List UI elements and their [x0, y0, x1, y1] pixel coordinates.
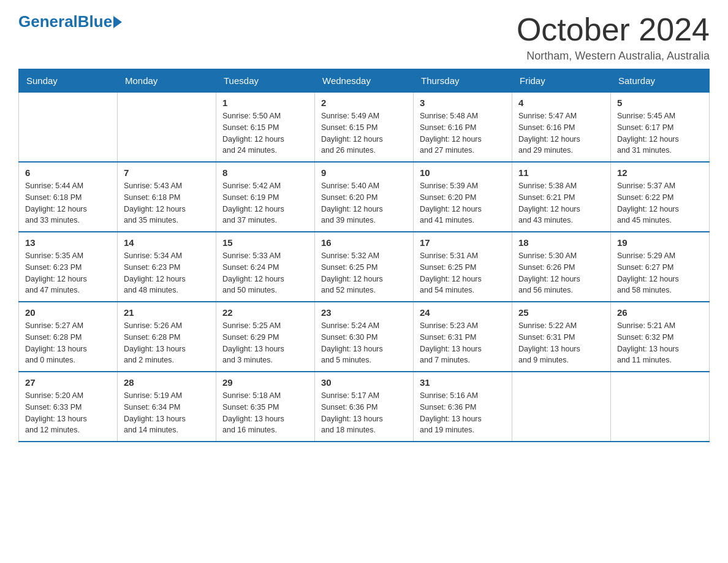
calendar-cell: 28Sunrise: 5:19 AM Sunset: 6:34 PM Dayli… [118, 372, 216, 442]
day-number: 26 [617, 307, 703, 318]
weekday-header-tuesday: Tuesday [216, 69, 315, 93]
calendar-cell: 25Sunrise: 5:22 AM Sunset: 6:31 PM Dayli… [512, 302, 611, 372]
day-info: Sunrise: 5:47 AM Sunset: 6:16 PM Dayligh… [518, 110, 604, 156]
calendar-cell: 27Sunrise: 5:20 AM Sunset: 6:33 PM Dayli… [19, 372, 118, 442]
weekday-header-wednesday: Wednesday [315, 69, 414, 93]
day-number: 28 [124, 377, 210, 388]
calendar-cell: 20Sunrise: 5:27 AM Sunset: 6:28 PM Dayli… [19, 302, 118, 372]
day-number: 12 [617, 167, 703, 178]
day-number: 4 [518, 98, 604, 108]
calendar-week-row: 20Sunrise: 5:27 AM Sunset: 6:28 PM Dayli… [19, 302, 710, 372]
calendar-cell [19, 93, 118, 163]
day-number: 30 [321, 377, 407, 388]
calendar-cell: 5Sunrise: 5:45 AM Sunset: 6:17 PM Daylig… [611, 93, 710, 163]
day-info: Sunrise: 5:25 AM Sunset: 6:29 PM Dayligh… [222, 320, 308, 366]
day-info: Sunrise: 5:17 AM Sunset: 6:36 PM Dayligh… [321, 390, 407, 436]
weekday-header-saturday: Saturday [611, 69, 710, 93]
day-info: Sunrise: 5:32 AM Sunset: 6:25 PM Dayligh… [321, 250, 407, 296]
day-number: 13 [25, 237, 111, 248]
calendar-week-row: 13Sunrise: 5:35 AM Sunset: 6:23 PM Dayli… [19, 232, 710, 302]
day-info: Sunrise: 5:50 AM Sunset: 6:15 PM Dayligh… [222, 110, 308, 156]
day-info: Sunrise: 5:49 AM Sunset: 6:15 PM Dayligh… [321, 110, 407, 156]
calendar-cell: 29Sunrise: 5:18 AM Sunset: 6:35 PM Dayli… [216, 372, 315, 442]
day-number: 20 [25, 307, 111, 318]
calendar-cell: 19Sunrise: 5:29 AM Sunset: 6:27 PM Dayli… [611, 232, 710, 302]
calendar-body: 1Sunrise: 5:50 AM Sunset: 6:15 PM Daylig… [19, 93, 710, 442]
day-info: Sunrise: 5:21 AM Sunset: 6:32 PM Dayligh… [617, 320, 703, 366]
day-info: Sunrise: 5:44 AM Sunset: 6:18 PM Dayligh… [25, 180, 111, 226]
weekday-header-monday: Monday [118, 69, 216, 93]
calendar-cell: 26Sunrise: 5:21 AM Sunset: 6:32 PM Dayli… [611, 302, 710, 372]
logo: GeneralBlue [18, 12, 122, 31]
calendar-cell: 7Sunrise: 5:43 AM Sunset: 6:18 PM Daylig… [118, 162, 216, 232]
calendar-cell: 14Sunrise: 5:34 AM Sunset: 6:23 PM Dayli… [118, 232, 216, 302]
day-info: Sunrise: 5:19 AM Sunset: 6:34 PM Dayligh… [124, 390, 210, 436]
calendar-week-row: 27Sunrise: 5:20 AM Sunset: 6:33 PM Dayli… [19, 372, 710, 442]
day-number: 14 [124, 237, 210, 248]
day-info: Sunrise: 5:33 AM Sunset: 6:24 PM Dayligh… [222, 250, 308, 296]
day-number: 10 [420, 167, 506, 178]
day-number: 31 [420, 377, 506, 388]
calendar-cell: 1Sunrise: 5:50 AM Sunset: 6:15 PM Daylig… [216, 93, 315, 163]
title-section: October 2024 Northam, Western Australia,… [517, 12, 710, 63]
day-number: 7 [124, 167, 210, 178]
calendar-cell: 23Sunrise: 5:24 AM Sunset: 6:30 PM Dayli… [315, 302, 414, 372]
calendar-cell [611, 372, 710, 442]
calendar-cell: 4Sunrise: 5:47 AM Sunset: 6:16 PM Daylig… [512, 93, 611, 163]
calendar-cell [512, 372, 611, 442]
day-number: 17 [420, 237, 506, 248]
day-info: Sunrise: 5:38 AM Sunset: 6:21 PM Dayligh… [518, 180, 604, 226]
day-info: Sunrise: 5:23 AM Sunset: 6:31 PM Dayligh… [420, 320, 506, 366]
day-info: Sunrise: 5:26 AM Sunset: 6:28 PM Dayligh… [124, 320, 210, 366]
day-info: Sunrise: 5:45 AM Sunset: 6:17 PM Dayligh… [617, 110, 703, 156]
calendar-cell: 8Sunrise: 5:42 AM Sunset: 6:19 PM Daylig… [216, 162, 315, 232]
location-text: Northam, Western Australia, Australia [517, 50, 710, 63]
day-number: 11 [518, 167, 604, 178]
calendar-cell: 24Sunrise: 5:23 AM Sunset: 6:31 PM Dayli… [414, 302, 512, 372]
day-number: 9 [321, 167, 407, 178]
day-info: Sunrise: 5:18 AM Sunset: 6:35 PM Dayligh… [222, 390, 308, 436]
day-info: Sunrise: 5:30 AM Sunset: 6:26 PM Dayligh… [518, 250, 604, 296]
calendar-cell: 9Sunrise: 5:40 AM Sunset: 6:20 PM Daylig… [315, 162, 414, 232]
weekday-header-thursday: Thursday [414, 69, 512, 93]
day-number: 16 [321, 237, 407, 248]
day-info: Sunrise: 5:40 AM Sunset: 6:20 PM Dayligh… [321, 180, 407, 226]
day-number: 1 [222, 98, 308, 108]
calendar-cell: 15Sunrise: 5:33 AM Sunset: 6:24 PM Dayli… [216, 232, 315, 302]
day-info: Sunrise: 5:24 AM Sunset: 6:30 PM Dayligh… [321, 320, 407, 366]
calendar-cell: 21Sunrise: 5:26 AM Sunset: 6:28 PM Dayli… [118, 302, 216, 372]
day-number: 25 [518, 307, 604, 318]
month-title: October 2024 [517, 12, 710, 47]
day-info: Sunrise: 5:39 AM Sunset: 6:20 PM Dayligh… [420, 180, 506, 226]
calendar-cell: 13Sunrise: 5:35 AM Sunset: 6:23 PM Dayli… [19, 232, 118, 302]
calendar-cell: 31Sunrise: 5:16 AM Sunset: 6:36 PM Dayli… [414, 372, 512, 442]
page-header: GeneralBlue October 2024 Northam, Wester… [18, 12, 710, 63]
calendar-week-row: 1Sunrise: 5:50 AM Sunset: 6:15 PM Daylig… [19, 93, 710, 163]
day-number: 23 [321, 307, 407, 318]
calendar-cell [118, 93, 216, 163]
day-info: Sunrise: 5:27 AM Sunset: 6:28 PM Dayligh… [25, 320, 111, 366]
calendar-header: SundayMondayTuesdayWednesdayThursdayFrid… [19, 69, 710, 93]
calendar-cell: 2Sunrise: 5:49 AM Sunset: 6:15 PM Daylig… [315, 93, 414, 163]
day-number: 22 [222, 307, 308, 318]
day-number: 2 [321, 98, 407, 108]
day-number: 29 [222, 377, 308, 388]
day-number: 15 [222, 237, 308, 248]
day-info: Sunrise: 5:42 AM Sunset: 6:19 PM Dayligh… [222, 180, 308, 226]
calendar-cell: 10Sunrise: 5:39 AM Sunset: 6:20 PM Dayli… [414, 162, 512, 232]
day-info: Sunrise: 5:20 AM Sunset: 6:33 PM Dayligh… [25, 390, 111, 436]
day-number: 3 [420, 98, 506, 108]
calendar-cell: 17Sunrise: 5:31 AM Sunset: 6:25 PM Dayli… [414, 232, 512, 302]
calendar-cell: 11Sunrise: 5:38 AM Sunset: 6:21 PM Dayli… [512, 162, 611, 232]
calendar-cell: 16Sunrise: 5:32 AM Sunset: 6:25 PM Dayli… [315, 232, 414, 302]
weekday-header-row: SundayMondayTuesdayWednesdayThursdayFrid… [19, 69, 710, 93]
day-info: Sunrise: 5:29 AM Sunset: 6:27 PM Dayligh… [617, 250, 703, 296]
day-info: Sunrise: 5:35 AM Sunset: 6:23 PM Dayligh… [25, 250, 111, 296]
day-info: Sunrise: 5:37 AM Sunset: 6:22 PM Dayligh… [617, 180, 703, 226]
day-info: Sunrise: 5:34 AM Sunset: 6:23 PM Dayligh… [124, 250, 210, 296]
day-info: Sunrise: 5:31 AM Sunset: 6:25 PM Dayligh… [420, 250, 506, 296]
logo-blue: Blue [78, 12, 112, 31]
day-info: Sunrise: 5:43 AM Sunset: 6:18 PM Dayligh… [124, 180, 210, 226]
day-number: 19 [617, 237, 703, 248]
logo-text: GeneralBlue [18, 12, 112, 31]
